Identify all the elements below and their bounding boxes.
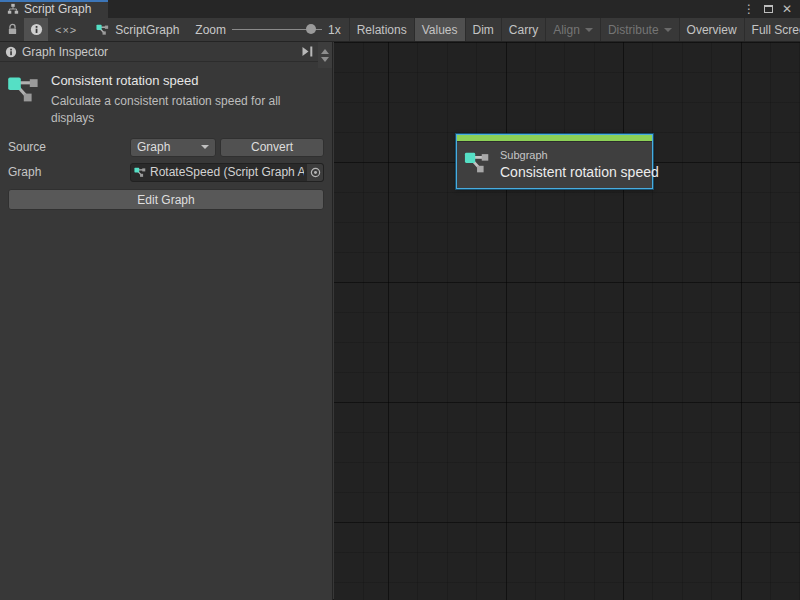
close-icon[interactable]: ✕ [782, 3, 792, 15]
graph-inspector-header: Graph Inspector [0, 42, 332, 62]
source-dropdown-value: Graph [137, 140, 170, 154]
code-icon: <×> [55, 24, 77, 36]
zoom-slider[interactable] [232, 29, 322, 30]
code-view-button[interactable]: <×> [48, 18, 84, 41]
graph-canvas[interactable]: Subgraph Consistent rotation speed [334, 42, 800, 600]
graph-node-header [457, 135, 652, 142]
window-menu-icon[interactable]: ⋮ [743, 3, 755, 15]
node-description: Calculate a consistent rotation speed fo… [51, 93, 309, 126]
graph-label: Graph [8, 165, 130, 179]
tab-strip: Script Graph ⋮ ✕ [0, 0, 800, 18]
object-picker-button[interactable] [307, 164, 323, 181]
graph-node-body: Subgraph Consistent rotation speed [457, 142, 652, 188]
subgraph-icon [7, 71, 43, 126]
zoom-label: Zoom [195, 23, 226, 37]
subgraph-icon [96, 23, 110, 37]
window-controls: ⋮ ✕ [743, 0, 800, 18]
edit-graph-button[interactable]: Edit Graph [8, 189, 324, 210]
toolbar-button-fullscreen[interactable]: Full Screen [744, 18, 800, 41]
toolbar-button-relations[interactable]: Relations [349, 18, 414, 41]
toolbar-button-dim[interactable]: Dim [465, 18, 501, 41]
node-type-label: Subgraph [500, 149, 659, 161]
inspector-toggle-button[interactable] [24, 18, 48, 41]
toolbar-button-overview[interactable]: Overview [679, 18, 744, 41]
panel-title: Graph Inspector [22, 45, 108, 59]
tab-script-graph[interactable]: Script Graph [0, 0, 108, 18]
zoom-control: Zoom 1x [189, 18, 346, 41]
tab-title: Script Graph [24, 2, 91, 16]
toolbar-button-carry[interactable]: Carry [501, 18, 545, 41]
subgraph-icon [464, 148, 492, 178]
breadcrumb[interactable]: ScriptGraph [84, 18, 189, 41]
script-graph-icon [7, 3, 19, 15]
info-icon [30, 23, 43, 36]
move-down-icon[interactable] [321, 57, 329, 62]
source-row: Source Graph Convert [8, 137, 324, 157]
node-info-section: Consistent rotation speed Calculate a co… [0, 62, 332, 132]
convert-button[interactable]: Convert [220, 138, 324, 157]
chevron-down-icon [664, 28, 672, 32]
move-up-icon[interactable] [321, 49, 329, 54]
breadcrumb-label: ScriptGraph [115, 23, 179, 37]
graph-object-field[interactable]: RotateSpeed (Script Graph A [130, 163, 324, 182]
zoom-value: 1x [328, 23, 341, 37]
toolbar-button-align: Align [545, 18, 600, 41]
node-title: Consistent rotation speed [51, 73, 309, 88]
zoom-slider-handle[interactable] [306, 24, 316, 34]
toolbar-button-values[interactable]: Values [414, 18, 465, 41]
toolbar-button-distribute: Distribute [600, 18, 679, 41]
panel-reorder-control [318, 42, 332, 68]
source-label: Source [8, 140, 130, 154]
graph-inspector-panel: Graph Inspector Consistent rotati [0, 42, 333, 600]
graph-row: Graph RotateSpeed (Script Graph A [8, 162, 324, 182]
node-title: Consistent rotation speed [500, 164, 659, 180]
object-picker-icon [310, 167, 321, 178]
lock-icon [7, 23, 18, 36]
chevron-down-icon [585, 28, 593, 32]
graph-object-value: RotateSpeed (Script Graph A [150, 165, 304, 179]
dock-side-button[interactable] [301, 46, 314, 57]
lock-button[interactable] [0, 18, 24, 41]
subgraph-icon [134, 166, 147, 179]
graph-toolbar: <×> ScriptGraph Zoom 1x Relations Values… [0, 18, 800, 42]
chevron-down-icon [201, 145, 209, 149]
graph-node-subgraph[interactable]: Subgraph Consistent rotation speed [456, 134, 653, 189]
source-dropdown[interactable]: Graph [130, 138, 216, 157]
maximize-icon[interactable] [764, 5, 773, 13]
toolbar-button-group: Relations Values Dim Carry Align Distrib… [349, 18, 800, 41]
info-icon [5, 46, 17, 58]
